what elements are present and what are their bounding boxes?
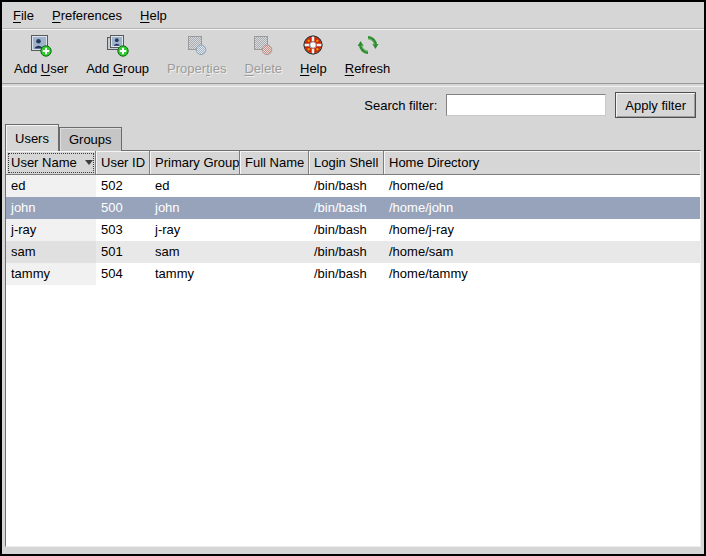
table-cell: sam xyxy=(6,241,96,263)
table-cell: j-ray xyxy=(6,219,96,241)
column-header-login-shell[interactable]: Login Shell xyxy=(309,151,384,175)
table-cell: /bin/bash xyxy=(309,219,384,241)
users-table: User Name User ID Primary Group Full Nam… xyxy=(5,150,701,547)
help-label: Help xyxy=(300,61,327,76)
apply-filter-button[interactable]: Apply filter xyxy=(615,92,696,118)
table-cell: tammy xyxy=(6,263,96,285)
table-body: ed 502 ed /bin/bash /home/ed john 500 jo… xyxy=(6,175,700,546)
table-cell: /bin/bash xyxy=(309,263,384,285)
table-cell: /home/j-ray xyxy=(384,219,700,241)
properties-icon xyxy=(185,34,209,58)
table-cell: /home/john xyxy=(384,197,700,219)
tab-strip: Users Groups xyxy=(2,123,704,150)
table-cell: john xyxy=(6,197,96,219)
column-header-user-name[interactable]: User Name xyxy=(6,151,96,175)
refresh-label: Refresh xyxy=(345,61,391,76)
properties-button: Properties xyxy=(159,31,234,79)
refresh-icon xyxy=(356,34,380,58)
column-header-primary-group[interactable]: Primary Group xyxy=(150,151,240,175)
table-cell: tammy xyxy=(150,263,240,285)
menu-preferences[interactable]: Preferences xyxy=(43,4,131,27)
table-row[interactable]: sam 501 sam /bin/bash /home/sam xyxy=(6,241,700,263)
table-cell: /bin/bash xyxy=(309,241,384,263)
table-cell: /home/ed xyxy=(384,175,700,197)
table-cell: ed xyxy=(6,175,96,197)
table-cell: 504 xyxy=(96,263,150,285)
table-cell: /bin/bash xyxy=(309,175,384,197)
table-cell: sam xyxy=(150,241,240,263)
table-cell: 502 xyxy=(96,175,150,197)
filter-row: Search filter: Apply filter xyxy=(2,87,704,123)
table-cell: /bin/bash xyxy=(309,197,384,219)
refresh-button[interactable]: Refresh xyxy=(337,31,399,79)
add-group-icon xyxy=(106,34,130,58)
delete-label: Delete xyxy=(244,61,282,76)
menu-bar: File Preferences Help xyxy=(2,2,704,29)
table-cell: j-ray xyxy=(150,219,240,241)
table-cell xyxy=(240,197,309,219)
search-filter-input[interactable] xyxy=(446,94,606,116)
table-cell: 503 xyxy=(96,219,150,241)
search-filter-label: Search filter: xyxy=(364,98,437,113)
toolbar: Add User Add Group xyxy=(2,29,704,83)
add-user-button[interactable]: Add User xyxy=(6,31,76,79)
column-header-full-name[interactable]: Full Name xyxy=(240,151,309,175)
tab-groups[interactable]: Groups xyxy=(59,127,122,151)
table-cell xyxy=(240,219,309,241)
table-cell: john xyxy=(150,197,240,219)
table-cell xyxy=(240,241,309,263)
delete-button: Delete xyxy=(236,31,290,79)
table-row[interactable]: tammy 504 tammy /bin/bash /home/tammy xyxy=(6,263,700,285)
table-row[interactable]: j-ray 503 j-ray /bin/bash /home/j-ray xyxy=(6,219,700,241)
column-header-user-id[interactable]: User ID xyxy=(96,151,150,175)
delete-icon xyxy=(251,34,275,58)
add-user-icon xyxy=(29,34,53,58)
menu-help[interactable]: Help xyxy=(131,4,176,27)
add-group-button[interactable]: Add Group xyxy=(78,31,157,79)
tab-users[interactable]: Users xyxy=(5,124,59,151)
add-group-label: Add Group xyxy=(86,61,149,76)
properties-label: Properties xyxy=(167,61,226,76)
table-cell xyxy=(240,175,309,197)
table-cell: ed xyxy=(150,175,240,197)
table-row[interactable]: ed 502 ed /bin/bash /home/ed xyxy=(6,175,700,197)
column-header-home-directory[interactable]: Home Directory xyxy=(384,151,700,175)
table-header: User Name User ID Primary Group Full Nam… xyxy=(6,151,700,175)
table-cell: /home/tammy xyxy=(384,263,700,285)
user-manager-window: File Preferences Help Add User xyxy=(0,0,706,556)
table-cell: 501 xyxy=(96,241,150,263)
table-cell xyxy=(240,263,309,285)
table-cell: 500 xyxy=(96,197,150,219)
table-row-selected[interactable]: john 500 john /bin/bash /home/john xyxy=(6,197,700,219)
table-cell: /home/sam xyxy=(384,241,700,263)
sort-arrow-icon xyxy=(85,160,93,165)
add-user-label: Add User xyxy=(14,61,68,76)
menu-file[interactable]: File xyxy=(4,4,43,27)
help-button[interactable]: Help xyxy=(292,31,335,79)
help-icon xyxy=(301,34,325,58)
